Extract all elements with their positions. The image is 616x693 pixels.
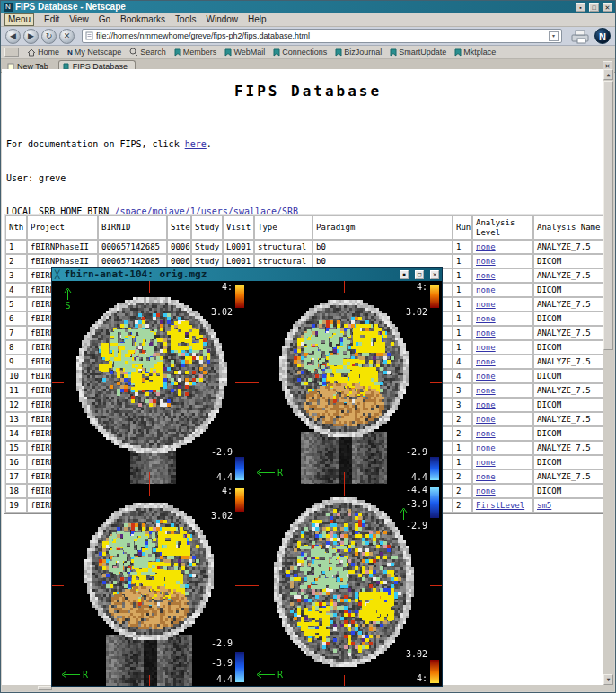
table-cell: none — [472, 469, 533, 484]
cell-link[interactable]: none — [476, 487, 496, 496]
table-cell: DICOM — [533, 369, 607, 383]
url-input[interactable] — [96, 31, 546, 40]
netscape-logo[interactable]: N — [594, 28, 611, 44]
table-cell: 1 — [453, 455, 472, 469]
viewer-title: fbirn-anat-104: orig.mgz — [64, 268, 393, 280]
print-icon[interactable] — [569, 29, 591, 44]
viewer-window: ╳ fbirn-anat-104: orig.mgz ▪ □ ✕ 4: 3.02… — [51, 267, 443, 687]
viewer-quadrant-sagittal[interactable]: 4: 3.02 -2.9 -4.4 S — [52, 281, 247, 484]
url-bar[interactable]: ▾ — [82, 29, 562, 43]
table-cell: none — [472, 369, 533, 383]
table-cell: ANALYZE_7.5 — [533, 412, 607, 426]
menu-item-menu[interactable]: Menu — [4, 13, 34, 26]
bookmark-page-icon — [85, 31, 93, 40]
cell-link[interactable]: FirstLevel — [476, 501, 524, 510]
personal-toolbar-item-search[interactable]: Search — [129, 48, 166, 57]
viewer-minimize-button[interactable]: ▪ — [400, 270, 409, 279]
menu-item-go[interactable]: Go — [99, 14, 110, 24]
cell-link[interactable]: sm5 — [537, 501, 551, 510]
window-minimize-button[interactable]: ▪ — [576, 3, 585, 12]
forward-button[interactable]: ▶ — [23, 29, 39, 44]
column-header: Site — [167, 215, 191, 240]
table-cell: DICOM — [533, 484, 607, 498]
here-link[interactable]: here — [185, 139, 207, 149]
cell-link[interactable]: none — [476, 415, 496, 424]
personal-toolbar-item-mktplace[interactable]: Mktplace — [454, 48, 496, 57]
personal-toolbar-item-members[interactable]: Members — [174, 48, 217, 57]
cell-link[interactable]: none — [476, 429, 496, 438]
window-titlebar[interactable]: N FIPS Database - Netscape ▪ □ ✕ — [1, 1, 615, 13]
table-cell: 2 — [453, 469, 472, 484]
table-cell: none — [472, 455, 533, 469]
viewer-close-button[interactable]: ✕ — [430, 270, 439, 279]
cell-link[interactable]: none — [476, 443, 496, 452]
menu-item-tools[interactable]: Tools — [175, 14, 196, 24]
vertical-scrollbar[interactable]: ▲ ▼ — [603, 69, 614, 685]
viewer-quadrant-coronal-top[interactable]: 4: 3.02 -2.9 -4.4 R — [247, 281, 442, 484]
scrollbar-thumb[interactable] — [603, 81, 613, 350]
table-cell: 5 — [5, 297, 27, 311]
cell-link[interactable]: none — [476, 285, 496, 294]
cell-link[interactable]: none — [476, 372, 496, 381]
column-header: Run — [453, 215, 472, 240]
viewer-titlebar[interactable]: ╳ fbirn-anat-104: orig.mgz ▪ □ ✕ — [52, 268, 442, 281]
bookmark-icon — [273, 48, 280, 57]
cell-link[interactable]: none — [476, 242, 496, 251]
table-cell: ANALYZE_7.5 — [533, 383, 607, 398]
table-cell: none — [472, 283, 533, 297]
table-cell: none — [472, 398, 533, 412]
menu-item-view[interactable]: View — [69, 14, 89, 24]
menu-item-bookmarks[interactable]: Bookmarks — [120, 14, 165, 24]
up-arrow-icon — [64, 287, 72, 301]
personal-toolbar-item-bizjournal[interactable]: BizJournal — [335, 48, 382, 57]
toolbar-grip[interactable] — [4, 48, 19, 57]
table-cell: ANALYZE_7.5 — [533, 268, 607, 283]
table-cell: 2 — [453, 426, 472, 441]
viewer-quadrant-coronal-selected[interactable]: 4: 3.02 -2.9 -3.9 -4.4 R — [52, 484, 247, 687]
cell-link[interactable]: none — [476, 472, 496, 481]
table-cell: 1 — [453, 326, 472, 340]
table-cell: none — [472, 326, 533, 340]
personal-toolbar-item-webmail[interactable]: WebMail — [224, 48, 265, 57]
cell-link[interactable]: none — [476, 300, 496, 309]
overlay-max-label: 4: — [222, 283, 233, 292]
cell-link[interactable]: none — [476, 343, 496, 352]
cell-link[interactable]: none — [476, 314, 496, 323]
cell-link[interactable]: none — [476, 458, 496, 467]
cell-link[interactable]: none — [476, 271, 496, 280]
scroll-up-icon[interactable]: ▲ — [603, 69, 613, 80]
menu-item-edit[interactable]: Edit — [44, 14, 59, 24]
user-line: User: greve — [6, 173, 614, 185]
personal-toolbar-item-connections[interactable]: Connections — [273, 48, 327, 57]
window-close-button[interactable]: ✕ — [603, 3, 612, 12]
reload-button[interactable]: ↻ — [41, 29, 57, 44]
menu-item-help[interactable]: Help — [248, 14, 267, 24]
personal-toolbar-item-home[interactable]: Home — [27, 48, 59, 57]
viewer-maximize-button[interactable]: □ — [415, 270, 424, 279]
back-button[interactable]: ◀ — [5, 29, 21, 44]
cell-link[interactable]: none — [476, 357, 496, 366]
overlay-max-label: 4: — [417, 674, 427, 683]
viewer-quadrant-axial[interactable]: -4.4 -3.9 -2.9 3.02 4: R — [247, 484, 442, 687]
stop-button[interactable]: ✕ — [59, 29, 75, 44]
table-cell: structural — [254, 240, 312, 254]
window-title: FIPS Database - Netscape — [15, 2, 572, 12]
table-cell: 2 — [5, 254, 27, 268]
table-cell: none — [472, 311, 533, 326]
right-axis-marker: R — [256, 670, 283, 680]
table-cell: sm5 — [533, 498, 607, 513]
window-maximize-button[interactable]: □ — [589, 3, 599, 12]
personal-toolbar-item-smartupdate[interactable]: SmartUpdate — [390, 48, 446, 57]
cell-link[interactable]: none — [476, 257, 496, 266]
menu-item-window[interactable]: Window — [206, 14, 238, 24]
cell-link[interactable]: none — [476, 386, 496, 395]
personal-toolbar-item-my-netscape[interactable]: NMy Netscape — [67, 48, 121, 57]
scrollbar-grip[interactable] — [38, 686, 52, 690]
table-cell: none — [472, 484, 533, 498]
netscape-window-icon: N — [4, 3, 13, 12]
scroll-down-icon[interactable]: ▼ — [603, 674, 613, 685]
url-dropdown-icon[interactable]: ▾ — [549, 31, 559, 41]
table-cell: ANALYZE_7.5 — [533, 469, 607, 484]
cell-link[interactable]: none — [476, 400, 496, 409]
cell-link[interactable]: none — [476, 329, 496, 338]
